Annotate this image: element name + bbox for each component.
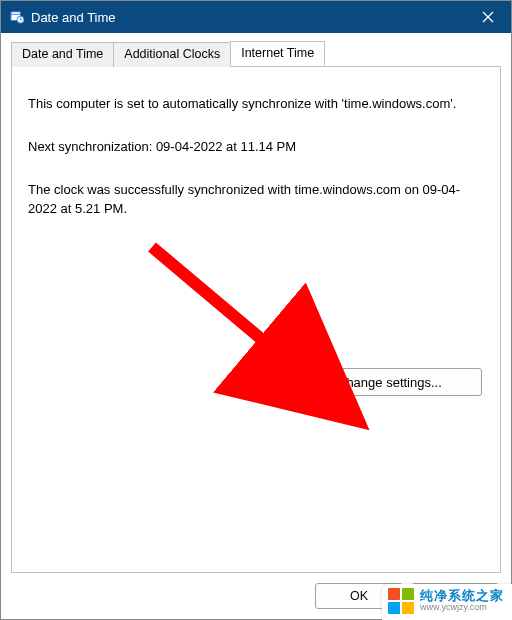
titlebar: Date and Time: [1, 1, 511, 33]
tab-area: Date and Time Additional Clocks Internet…: [1, 33, 511, 573]
tab-internet-time[interactable]: Internet Time: [230, 41, 325, 66]
watermark-logo-icon: [388, 588, 414, 614]
watermark: 纯净系统之家 www.ycwjzy.com: [382, 584, 512, 620]
annotation-arrow: [142, 237, 392, 437]
close-icon: [482, 11, 494, 23]
tab-strip: Date and Time Additional Clocks Internet…: [11, 41, 501, 67]
date-time-icon: [9, 9, 25, 25]
last-sync-text: The clock was successfully synchronized …: [28, 181, 484, 219]
change-settings-button[interactable]: Change settings...: [312, 368, 482, 396]
tab-date-and-time[interactable]: Date and Time: [11, 42, 114, 67]
sync-status-text: This computer is set to automatically sy…: [28, 95, 484, 114]
next-sync-text: Next synchronization: 09-04-2022 at 11.1…: [28, 138, 484, 157]
watermark-text-url: www.ycwjzy.com: [420, 603, 504, 613]
tab-additional-clocks[interactable]: Additional Clocks: [113, 42, 231, 67]
date-time-window: Date and Time Date and Time Additional C…: [0, 0, 512, 620]
uac-shield-icon: [317, 374, 333, 390]
window-title: Date and Time: [31, 10, 116, 25]
watermark-text-cn: 纯净系统之家: [420, 589, 504, 603]
internet-time-panel: This computer is set to automatically sy…: [11, 67, 501, 573]
close-button[interactable]: [465, 1, 511, 33]
change-settings-label: Change settings...: [337, 375, 442, 390]
